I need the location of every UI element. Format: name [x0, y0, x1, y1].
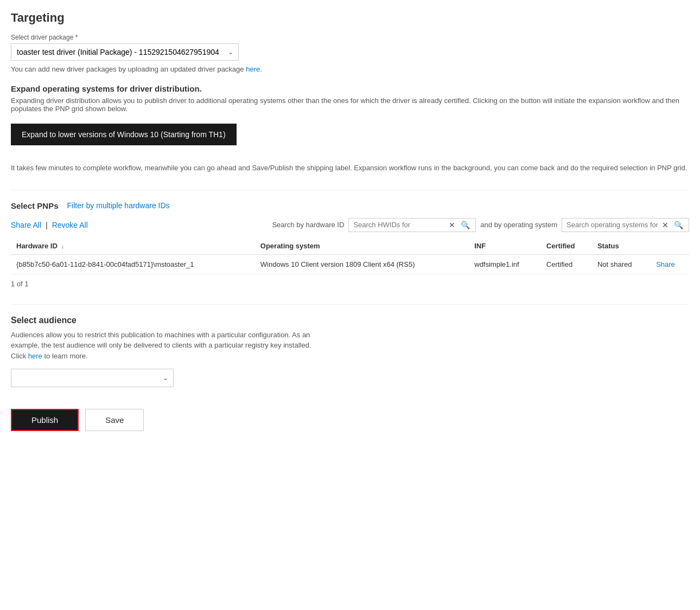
- section-divider: [11, 190, 689, 190]
- revoke-all-link[interactable]: Revoke All: [52, 221, 88, 229]
- save-button[interactable]: Save: [85, 409, 144, 431]
- pnp-heading: Select PNPs: [11, 201, 59, 210]
- clear-os-icon[interactable]: ✕: [661, 221, 670, 229]
- col-certified[interactable]: Certified: [541, 237, 592, 255]
- audience-heading: Select audience: [11, 316, 689, 325]
- table-header-row: Hardware ID ↓ Operating system INF Certi…: [11, 237, 689, 255]
- audience-section: Select audience Audiences allow you to r…: [11, 316, 689, 388]
- search-os-icon[interactable]: 🔍: [673, 221, 684, 229]
- audience-divider: [11, 304, 689, 305]
- cell-certified: Certified: [541, 254, 592, 274]
- col-hardware-id[interactable]: Hardware ID ↓: [11, 237, 255, 255]
- pagination-text: 1 of 1: [11, 280, 689, 288]
- here-link[interactable]: here: [246, 65, 260, 73]
- cell-status: Not shared: [592, 254, 651, 274]
- expand-note: It takes few minutes to complete workflo…: [11, 163, 689, 174]
- audience-select[interactable]: [11, 369, 174, 387]
- expand-description: Expanding driver distribution allows you…: [11, 97, 689, 113]
- share-revoke-links: Share All | Revoke All: [11, 221, 88, 229]
- search-os-box: ✕ 🔍: [562, 218, 689, 232]
- pnp-table-container: Hardware ID ↓ Operating system INF Certi…: [11, 237, 689, 274]
- audience-here-link[interactable]: here: [28, 352, 42, 360]
- action-buttons: Publish Save: [11, 409, 689, 431]
- driver-package-info: You can add new driver packages by uploa…: [11, 65, 689, 73]
- col-action: [651, 237, 689, 255]
- cell-inf: wdfsimple1.inf: [469, 254, 541, 274]
- filter-hardware-ids-link[interactable]: Filter by multiple hardware IDs: [67, 201, 170, 210]
- search-hwid-input[interactable]: [353, 221, 444, 229]
- col-inf[interactable]: INF: [469, 237, 541, 255]
- driver-package-label: Select driver package *: [11, 34, 689, 41]
- audience-select-wrapper: ⌄: [11, 369, 174, 387]
- search-hwid-box: ✕ 🔍: [348, 218, 476, 232]
- sort-arrow-icon: ↓: [61, 243, 65, 249]
- cell-operating-system: Windows 10 Client version 1809 Client x6…: [255, 254, 469, 274]
- search-hwid-label: Search by hardware ID: [272, 221, 344, 229]
- share-row-link[interactable]: Share: [656, 260, 675, 268]
- pnp-table: Hardware ID ↓ Operating system INF Certi…: [11, 237, 689, 274]
- expand-heading: Expand operating systems for driver dist…: [11, 84, 689, 93]
- search-hwid-icon[interactable]: 🔍: [460, 221, 471, 229]
- cell-action: Share: [651, 254, 689, 274]
- table-row: {b85b7c50-6a01-11d2-b841-00c04fad5171}\m…: [11, 254, 689, 274]
- search-hwid-group: Search by hardware ID ✕ 🔍 and by operati…: [272, 218, 689, 232]
- share-all-link[interactable]: Share All: [11, 221, 41, 229]
- driver-package-select-wrapper: toaster test driver (Initial Package) - …: [11, 43, 239, 61]
- search-os-label: and by operating system: [480, 221, 557, 229]
- search-os-input[interactable]: [567, 221, 658, 229]
- cell-hardware-id: {b85b7c50-6a01-11d2-b841-00c04fad5171}\m…: [11, 254, 255, 274]
- page-title: Targeting: [11, 11, 689, 25]
- clear-hwid-icon[interactable]: ✕: [448, 221, 456, 229]
- expand-button[interactable]: Expand to lower versions of Windows 10 (…: [11, 124, 237, 145]
- pnp-section-header: Select PNPs Filter by multiple hardware …: [11, 201, 689, 210]
- publish-button[interactable]: Publish: [11, 409, 79, 431]
- driver-package-select[interactable]: toaster test driver (Initial Package) - …: [11, 43, 239, 61]
- separator: |: [46, 221, 48, 229]
- audience-description: Audiences allow you to restrict this pub…: [11, 330, 315, 362]
- col-operating-system[interactable]: Operating system: [255, 237, 469, 255]
- col-status[interactable]: Status: [592, 237, 651, 255]
- pnp-toolbar: Share All | Revoke All Search by hardwar…: [11, 218, 689, 232]
